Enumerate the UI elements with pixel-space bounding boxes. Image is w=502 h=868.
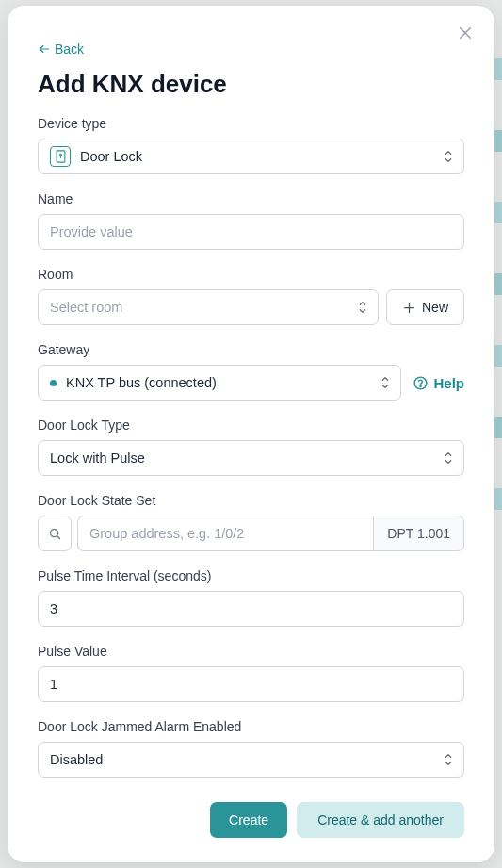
group-address-input[interactable] xyxy=(77,516,373,551)
chevron-updown-icon xyxy=(357,300,368,315)
gateway-label: Gateway xyxy=(38,342,464,357)
door-lock-type-label: Door Lock Type xyxy=(38,418,464,433)
help-link[interactable]: Help xyxy=(413,375,464,391)
gateway-field: Gateway KNX TP bus (connected) Help xyxy=(38,342,464,401)
chevron-updown-icon xyxy=(380,375,391,390)
device-type-label: Device type xyxy=(38,116,464,131)
pulse-time-field: Pulse Time Interval (seconds) xyxy=(38,568,464,627)
jammed-alarm-select[interactable]: Disabled xyxy=(38,742,464,778)
modal-title: Add KNX device xyxy=(38,70,464,99)
door-lock-state-set-field: Door Lock State Set DPT 1.001 xyxy=(38,493,464,551)
back-label: Back xyxy=(55,41,84,57)
back-link[interactable]: Back xyxy=(38,41,464,57)
create-and-add-another-button[interactable]: Create & add another xyxy=(297,802,464,838)
svg-line-11 xyxy=(57,535,59,538)
modal-footer: Create Create & add another xyxy=(38,785,464,838)
svg-point-4 xyxy=(59,154,61,156)
search-address-button[interactable] xyxy=(38,516,72,551)
device-type-select[interactable]: Door Lock xyxy=(38,139,464,174)
pulse-value-field: Pulse Value xyxy=(38,644,464,702)
jammed-alarm-label: Door Lock Jammed Alarm Enabled xyxy=(38,719,464,734)
door-lock-type-field: Door Lock Type Lock with Pulse xyxy=(38,418,464,476)
gateway-value: KNX TP bus (connected) xyxy=(66,375,217,390)
status-dot-icon xyxy=(50,380,57,386)
door-lock-icon xyxy=(50,146,71,167)
dpt-badge: DPT 1.001 xyxy=(373,516,464,551)
jammed-alarm-field: Door Lock Jammed Alarm Enabled Disabled xyxy=(38,719,464,778)
name-label: Name xyxy=(38,191,464,206)
help-label: Help xyxy=(433,375,464,391)
gateway-select[interactable]: KNX TP bus (connected) xyxy=(38,365,401,401)
door-lock-type-value: Lock with Pulse xyxy=(50,450,145,466)
arrow-left-icon xyxy=(38,42,51,56)
chevron-updown-icon xyxy=(443,450,454,466)
form: Device type Door Lock Name Room xyxy=(38,116,464,785)
close-icon xyxy=(457,25,474,41)
pulse-value-input[interactable] xyxy=(38,666,464,702)
device-type-value: Door Lock xyxy=(80,149,142,164)
room-label: Room xyxy=(38,267,464,282)
svg-point-9 xyxy=(420,385,421,386)
jammed-alarm-value: Disabled xyxy=(50,752,103,767)
pulse-time-label: Pulse Time Interval (seconds) xyxy=(38,568,464,583)
pulse-value-label: Pulse Value xyxy=(38,644,464,659)
chevron-updown-icon xyxy=(443,752,454,767)
new-room-button[interactable]: New xyxy=(386,289,464,325)
chevron-updown-icon xyxy=(443,149,454,164)
new-room-label: New xyxy=(422,300,448,315)
search-icon xyxy=(48,527,62,541)
room-placeholder: Select room xyxy=(50,300,122,315)
plus-icon xyxy=(402,301,416,315)
create-button[interactable]: Create xyxy=(210,802,287,838)
device-type-field: Device type Door Lock xyxy=(38,116,464,174)
name-field: Name xyxy=(38,191,464,250)
close-button[interactable] xyxy=(457,25,474,41)
door-lock-type-select[interactable]: Lock with Pulse xyxy=(38,440,464,476)
name-input[interactable] xyxy=(38,214,464,250)
door-lock-state-set-label: Door Lock State Set xyxy=(38,493,464,508)
add-device-modal: Back Add KNX device Device type Door Loc… xyxy=(8,6,494,862)
pulse-time-input[interactable] xyxy=(38,591,464,627)
help-icon xyxy=(413,375,429,391)
room-select[interactable]: Select room xyxy=(38,289,379,325)
room-field: Room Select room New xyxy=(38,267,464,325)
